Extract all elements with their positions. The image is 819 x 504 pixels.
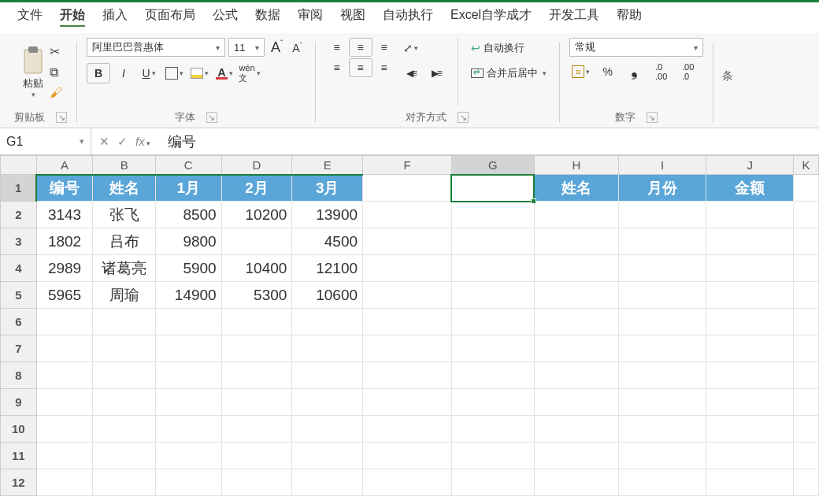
col-header-C[interactable]: C [155, 156, 221, 175]
cell-K3[interactable] [794, 228, 819, 255]
cell-F7[interactable] [363, 335, 452, 362]
cell-C5[interactable]: 14900 [155, 282, 221, 309]
cell-J12[interactable] [706, 469, 794, 496]
bold-button[interactable]: B [87, 63, 110, 83]
col-header-B[interactable]: B [93, 156, 155, 175]
cell-I12[interactable] [619, 469, 706, 496]
cell-B7[interactable] [93, 335, 155, 362]
cell-K2[interactable] [794, 202, 819, 228]
cell-K10[interactable] [794, 416, 819, 443]
cell-H11[interactable] [534, 443, 618, 469]
menu-layout[interactable]: 页面布局 [145, 7, 195, 27]
cell-K5[interactable] [794, 282, 819, 309]
cell-D8[interactable] [221, 362, 292, 389]
cell-F11[interactable] [363, 443, 452, 469]
cell-A12[interactable] [36, 469, 93, 496]
cell-K9[interactable] [794, 389, 819, 416]
align-right-button[interactable]: ≡ [372, 58, 396, 77]
cell-H1[interactable]: 姓名 [534, 175, 618, 202]
currency-button[interactable]: ¤▾ [569, 61, 593, 82]
col-header-E[interactable]: E [292, 156, 363, 175]
cell-B12[interactable] [93, 469, 155, 496]
increase-indent-button[interactable]: ▶≡ [424, 63, 448, 83]
cell-A6[interactable] [36, 309, 93, 335]
cell-D12[interactable] [221, 469, 292, 496]
cell-B1[interactable]: 姓名 [93, 175, 155, 202]
paste-button[interactable]: 粘贴▾ [20, 45, 46, 98]
cell-H4[interactable] [534, 255, 618, 282]
cell-K7[interactable] [794, 335, 819, 362]
cell-G11[interactable] [451, 443, 534, 469]
cell-H5[interactable] [534, 282, 618, 309]
menu-file[interactable]: 文件 [17, 7, 43, 27]
cell-C11[interactable] [155, 443, 221, 469]
cell-K11[interactable] [794, 443, 819, 469]
cell-E11[interactable] [292, 443, 363, 469]
cell-J7[interactable] [706, 335, 794, 362]
row-header-12[interactable]: 12 [1, 469, 37, 496]
row-header-7[interactable]: 7 [1, 335, 37, 362]
fill-color-button[interactable]: ▾ [187, 63, 211, 83]
cell-D4[interactable]: 10400 [221, 255, 292, 282]
align-top-button[interactable]: ≡ [325, 38, 349, 57]
cell-D5[interactable]: 5300 [221, 282, 292, 309]
menu-view[interactable]: 视图 [340, 7, 365, 27]
cell-C12[interactable] [155, 469, 221, 496]
align-bottom-button[interactable]: ≡ [372, 38, 396, 57]
col-header-D[interactable]: D [221, 156, 292, 175]
cell-I5[interactable] [619, 282, 706, 309]
cell-J11[interactable] [706, 443, 794, 469]
cell-F2[interactable] [363, 202, 452, 228]
row-header-1[interactable]: 1 [1, 175, 37, 202]
cell-D2[interactable]: 10200 [221, 202, 292, 228]
cell-F1[interactable] [363, 175, 452, 202]
col-header-G[interactable]: G [451, 156, 534, 175]
cell-E8[interactable] [292, 362, 363, 389]
cell-I10[interactable] [619, 416, 706, 443]
cell-C8[interactable] [155, 362, 221, 389]
cell-F9[interactable] [363, 389, 452, 416]
cell-J1[interactable]: 金额 [706, 175, 794, 202]
cell-H3[interactable] [534, 228, 618, 255]
cell-E2[interactable]: 13900 [292, 202, 363, 228]
cell-H2[interactable] [534, 202, 618, 228]
italic-button[interactable]: I [112, 63, 135, 83]
cell-A9[interactable] [36, 389, 93, 416]
cell-J9[interactable] [706, 389, 794, 416]
cell-G4[interactable] [451, 255, 534, 282]
cell-G1[interactable]: 编号 [451, 175, 534, 202]
font-launcher[interactable]: ↘ [206, 112, 217, 123]
increase-decimal-button[interactable]: .0.00 [650, 61, 673, 82]
cell-G10[interactable] [451, 416, 534, 443]
cell-A7[interactable] [36, 335, 93, 362]
cell-G9[interactable] [451, 389, 534, 416]
number-format-select[interactable]: 常规▾ [569, 38, 703, 57]
cell-F6[interactable] [363, 309, 452, 335]
cell-A3[interactable]: 1802 [36, 228, 93, 255]
cell-J2[interactable] [706, 202, 794, 228]
align-center-button[interactable]: ≡ [349, 58, 372, 77]
menu-help[interactable]: 帮助 [617, 7, 642, 27]
cell-A4[interactable]: 2989 [36, 255, 93, 282]
cell-E6[interactable] [292, 309, 363, 335]
fill-handle[interactable] [531, 198, 536, 204]
cell-G6[interactable] [451, 309, 534, 335]
font-family-select[interactable]: 阿里巴巴普惠体▾ [87, 38, 225, 57]
confirm-formula-button[interactable]: ✓ [117, 135, 128, 149]
cell-C3[interactable]: 9800 [155, 228, 221, 255]
cell-D9[interactable] [221, 389, 292, 416]
spreadsheet-grid[interactable]: ABCDEFGHIJK1编号姓名1月2月3月编号姓名月份金额23143张飞850… [0, 155, 819, 496]
font-color-button[interactable]: A▾ [213, 63, 236, 83]
cell-D10[interactable] [221, 416, 292, 443]
align-left-button[interactable]: ≡ [325, 58, 349, 77]
cell-J10[interactable] [706, 416, 794, 443]
cell-E5[interactable]: 10600 [292, 282, 363, 309]
cell-F8[interactable] [363, 362, 452, 389]
cell-D7[interactable] [221, 335, 292, 362]
cell-F12[interactable] [363, 469, 452, 496]
cell-I2[interactable] [619, 202, 706, 228]
phonetic-button[interactable]: wén文▾ [238, 63, 261, 83]
menu-data[interactable]: 数据 [255, 7, 280, 27]
format-painter-icon[interactable]: 🖌 [50, 86, 62, 100]
cell-D11[interactable] [221, 443, 292, 469]
